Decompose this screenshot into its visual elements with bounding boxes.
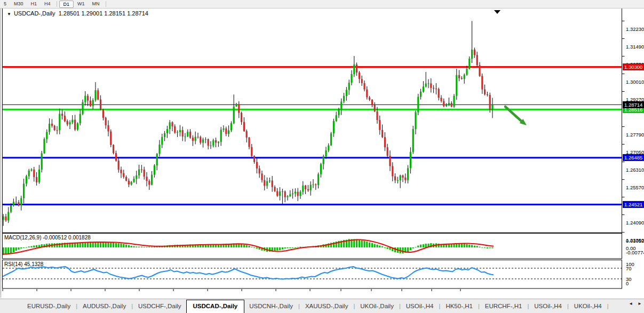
tab-scroll-left-icon[interactable]: ◄ (629, 301, 633, 306)
tab-usdchf-daily[interactable]: USDCHF-,Daily (133, 300, 186, 312)
timeframe-toolbar: 5M30H1H4D1W1MN (0, 0, 644, 9)
tab-usdcad-daily[interactable]: USDCAD-,Daily (186, 300, 245, 313)
price-tick-label: 1.26310 (626, 167, 644, 173)
toolbar-separator (106, 1, 106, 7)
symbol-dropdown-icon[interactable]: ▼ (7, 12, 11, 17)
tab-ukoil-daily[interactable]: UKOil-,Daily (355, 300, 399, 312)
price-tick-label: 1.27790 (626, 132, 644, 138)
tab-usdcnh-daily[interactable]: USDCNH-,Daily (244, 300, 298, 312)
price-level-badge: 1.24521 (623, 201, 644, 208)
price-level-badge: 1.30300 (623, 63, 644, 70)
mt4-chart-window: ▼USDCAD-,Daily 1.28501 1.29001 1.28151 1… (0, 0, 644, 313)
timeframe-button-5[interactable]: 5 (0, 1, 10, 7)
window-edge-divider (1, 8, 1, 298)
price-level-badge: 1.28714 (623, 101, 644, 108)
rsi-axis-label: 0 (626, 280, 629, 286)
macd-axis-label: 0.01052 (626, 238, 644, 244)
timeframe-button-m30[interactable]: M30 (10, 1, 27, 7)
price-tick-label: 1.32230 (626, 26, 644, 32)
tab-ukoil-h4[interactable]: UKOil-,H4 (569, 300, 607, 312)
tab-scroll-controls: ◄ ► (629, 301, 642, 306)
timeframe-button-mn[interactable]: MN (89, 1, 104, 7)
timeframe-button-d1[interactable]: D1 (59, 1, 74, 8)
price-tick-label: 1.30010 (626, 79, 644, 85)
tab-hk50-h1[interactable]: HK50-,H1 (441, 300, 478, 312)
tab-usoil-h4[interactable]: USOil-,H4 (401, 300, 439, 312)
macd-axis-label: -0.00774 (626, 250, 644, 255)
tab-audusd-daily[interactable]: AUDUSD-,Daily (78, 300, 131, 312)
tab-eurusd-daily[interactable]: EURUSD-,Daily (22, 300, 75, 312)
price-tick-label: 1.25570 (626, 184, 644, 190)
chart-area[interactable] (2, 8, 622, 289)
rsi-axis-label: 70 (626, 266, 632, 271)
price-tick-label: 1.24090 (626, 220, 644, 226)
tab-eurchf-h1[interactable]: EURCHF-,H1 (480, 300, 527, 312)
tab-xauusd-daily[interactable]: XAUUSD-,Daily (300, 300, 353, 312)
tab-usoil-h4[interactable]: USOil-,H4 (529, 300, 567, 312)
date-axis[interactable]: 31 Oct 202118 Nov 20217 Dec 202126 Dec 2… (0, 289, 622, 298)
symbol-tab-bar: EURUSD-,Daily|AUDUSD-,Daily|USDCHF-,Dail… (0, 299, 644, 313)
tab-scroll-right-icon[interactable]: ► (638, 301, 642, 306)
toolbar-separator (57, 1, 57, 7)
price-axis[interactable]: 1.322301.314901.307501.300101.292701.277… (622, 8, 644, 289)
timeframe-button-h1[interactable]: H1 (27, 1, 41, 7)
price-tick-label: 1.31490 (626, 44, 644, 50)
timeframe-button-h4[interactable]: H4 (41, 1, 54, 7)
tab-separator: | (607, 303, 609, 309)
timeframe-button-w1[interactable]: W1 (74, 1, 89, 7)
price-level-badge: 1.26485 (623, 154, 644, 161)
